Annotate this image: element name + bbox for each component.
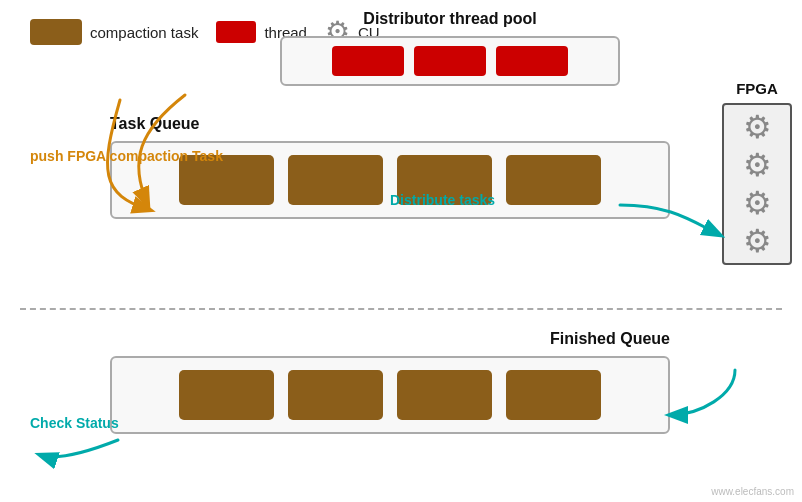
finished-task-block-4 [506,370,601,420]
thread-block-1 [332,46,404,76]
cu-icon-1: ⚙ [743,111,772,143]
distributor-title: Distributor thread pool [280,10,620,28]
finished-queue-section: Finished Queue [110,330,670,434]
finished-task-block-3 [397,370,492,420]
push-fpga-label: push FPGA compaction Task [30,148,223,164]
thread-pool-box [280,36,620,86]
compaction-task-label: compaction task [90,24,198,41]
thread-icon [216,21,256,43]
thread-block-2 [414,46,486,76]
finished-queue-box [110,356,670,434]
section-divider [20,308,782,310]
finished-task-block-1 [179,370,274,420]
watermark: www.elecfans.com [711,486,794,497]
legend-compaction: compaction task [30,19,198,45]
finished-task-block-2 [288,370,383,420]
fpga-box: ⚙ ⚙ ⚙ ⚙ [722,103,792,265]
task-queue-title: Task Queue [110,115,670,133]
check-status-label: Check Status [30,415,119,431]
compaction-task-icon [30,19,82,45]
fpga-label: FPGA [722,80,792,97]
fpga-panel: FPGA ⚙ ⚙ ⚙ ⚙ [722,80,792,265]
task-block-2 [288,155,383,205]
cu-icon-4: ⚙ [743,225,772,257]
cu-icon-3: ⚙ [743,187,772,219]
finished-queue-title: Finished Queue [110,330,670,348]
distribute-tasks-label: Distribute tasks [390,192,495,208]
thread-block-3 [496,46,568,76]
distributor-section: Distributor thread pool [280,10,620,86]
task-block-4 [506,155,601,205]
cu-icon-2: ⚙ [743,149,772,181]
